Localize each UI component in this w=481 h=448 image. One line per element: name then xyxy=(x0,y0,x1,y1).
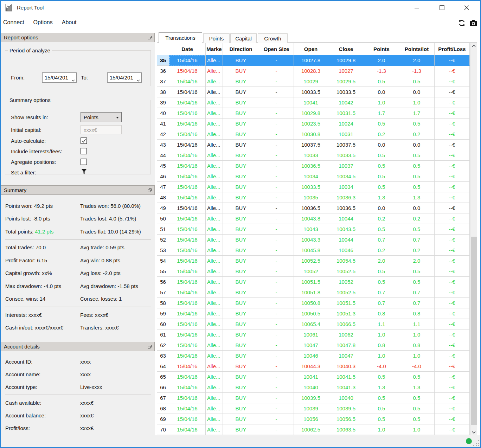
cell-date[interactable]: 15/04/16 xyxy=(169,55,206,66)
cell-points-per-lot[interactable]: 0.5 xyxy=(399,161,435,171)
cell-market[interactable]: Alle... xyxy=(206,319,223,329)
cell-market[interactable]: Alle... xyxy=(206,256,223,266)
cell-date[interactable]: 15/04/16 xyxy=(169,161,206,171)
cell-points[interactable]: 0.7 xyxy=(364,235,399,245)
cell-date[interactable]: 15/04/16 xyxy=(169,203,206,213)
transaction-row[interactable]: 5915/04/16Alle...BUY-10050.510051.30.80.… xyxy=(157,308,477,319)
cell-open[interactable]: 10030.8 xyxy=(294,129,328,140)
cell-date[interactable]: 15/04/16 xyxy=(169,192,206,203)
cell-profit-loss[interactable]: --€ xyxy=(435,171,470,182)
cell-date[interactable]: 15/04/16 xyxy=(169,329,206,340)
cell-points[interactable]: 1.0 xyxy=(364,97,399,108)
refresh-button[interactable] xyxy=(457,19,466,28)
cell-market[interactable]: Alle... xyxy=(206,308,223,319)
cell-points[interactable]: 0.5 xyxy=(364,266,399,277)
cell-direction[interactable]: BUY xyxy=(223,393,259,403)
cell-open-size[interactable]: - xyxy=(259,308,294,319)
transaction-row[interactable]: 4415/04/16Alle...BUY-1003310033.50.50.5-… xyxy=(157,150,477,161)
cell-date[interactable]: 15/04/16 xyxy=(169,266,206,277)
cell-close[interactable]: 10029.8 xyxy=(328,55,364,66)
tab-capital[interactable]: Capital xyxy=(230,33,257,43)
cell-market[interactable]: Alle... xyxy=(206,129,223,140)
cell-points-per-lot[interactable]: 1.3 xyxy=(399,382,435,393)
cell-open-size[interactable]: - xyxy=(259,108,294,119)
cell-date[interactable]: 15/04/16 xyxy=(169,66,206,76)
maximize-button[interactable] xyxy=(435,1,449,15)
cell-close[interactable]: 10039.5 xyxy=(328,403,364,414)
cell-direction[interactable]: BUY xyxy=(223,340,259,351)
transaction-row[interactable]: 5615/04/16Alle...BUY-10051.5100520.50.5-… xyxy=(157,277,477,287)
close-button[interactable] xyxy=(459,1,474,15)
cell-points[interactable]: 0.2 xyxy=(364,213,399,224)
cell-date[interactable]: 15/04/16 xyxy=(169,129,206,140)
cell-direction[interactable]: BUY xyxy=(223,319,259,329)
cell-date[interactable]: 15/04/16 xyxy=(169,256,206,266)
transaction-row[interactable]: 3515/04/16Alle...BUY-10027.810029.82.02.… xyxy=(157,55,477,66)
cell-profit-loss[interactable]: --€ xyxy=(435,76,470,87)
cell-points-per-lot[interactable]: 0.5 xyxy=(399,403,435,414)
transaction-row[interactable]: 4215/04/16Alle...BUY-10030.8100310.20.2-… xyxy=(157,129,477,140)
cell-open-size[interactable]: - xyxy=(259,361,294,372)
cell-close[interactable]: 10040 xyxy=(328,393,364,403)
cell-points-per-lot[interactable]: 1.0 xyxy=(399,329,435,340)
cell-profit-loss[interactable]: --€ xyxy=(435,287,470,298)
column-header-points-lot[interactable]: Points/lot xyxy=(399,43,435,55)
cell-open[interactable]: 10056 xyxy=(294,414,328,424)
cell-points[interactable]: 0.7 xyxy=(364,287,399,298)
cell-open-size[interactable]: - xyxy=(259,319,294,329)
menu-item-about[interactable]: About xyxy=(59,16,82,29)
cell-close[interactable]: 10056.5 xyxy=(328,414,364,424)
cell-date[interactable]: 15/04/16 xyxy=(169,393,206,403)
cell-open-size[interactable]: - xyxy=(259,150,294,161)
cell-profit-loss[interactable]: --€ xyxy=(435,329,470,340)
row-number[interactable]: 61 xyxy=(157,329,169,340)
cell-market[interactable]: Alle... xyxy=(206,277,223,287)
row-number[interactable]: 46 xyxy=(157,171,169,182)
cell-date[interactable]: 15/04/16 xyxy=(169,171,206,182)
cell-points[interactable]: 0.5 xyxy=(364,414,399,424)
transaction-row[interactable]: 3615/04/16Alle...BUY-10028.310027-1.3-1.… xyxy=(157,66,477,76)
cell-date[interactable]: 15/04/16 xyxy=(169,235,206,245)
transaction-row[interactable]: 4615/04/16Alle...BUY-1003410034.50.50.5-… xyxy=(157,171,477,182)
cell-open[interactable]: 10050.5 xyxy=(294,308,328,319)
include-interests-fees-checkbox[interactable] xyxy=(81,148,87,154)
cell-market[interactable]: Alle... xyxy=(206,393,223,403)
cell-market[interactable]: Alle... xyxy=(206,372,223,382)
cell-profit-loss[interactable]: --€ xyxy=(435,129,470,140)
cell-profit-loss[interactable]: --€ xyxy=(435,414,470,424)
row-number[interactable]: 43 xyxy=(157,140,169,150)
row-number[interactable]: 38 xyxy=(157,87,169,97)
transaction-row[interactable]: 6815/04/16Alle...BUY-1003910039.50.50.5-… xyxy=(157,403,477,414)
cell-open-size[interactable]: - xyxy=(259,213,294,224)
row-number[interactable]: 58 xyxy=(157,298,169,308)
cell-date[interactable]: 15/04/16 xyxy=(169,76,206,87)
cell-open[interactable]: 10033.5 xyxy=(294,182,328,192)
cell-open[interactable]: 10027.8 xyxy=(294,55,328,66)
cell-direction[interactable]: BUY xyxy=(223,256,259,266)
row-number[interactable]: 41 xyxy=(157,119,169,129)
row-number[interactable]: 57 xyxy=(157,287,169,298)
row-number[interactable]: 55 xyxy=(157,266,169,277)
cell-open-size[interactable]: - xyxy=(259,87,294,97)
cell-direction[interactable]: BUY xyxy=(223,192,259,203)
cell-points-per-lot[interactable]: 0.5 xyxy=(399,414,435,424)
cell-direction[interactable]: BUY xyxy=(223,119,259,129)
cell-date[interactable]: 15/04/16 xyxy=(169,372,206,382)
resize-grip[interactable] xyxy=(473,440,480,447)
cell-points-per-lot[interactable]: 1.1 xyxy=(399,319,435,329)
cell-points[interactable]: 1.0 xyxy=(364,351,399,361)
cell-date[interactable]: 15/04/16 xyxy=(169,213,206,224)
transaction-row[interactable]: 5815/04/16Alle...BUY-10050.810051.50.70.… xyxy=(157,298,477,308)
cell-points[interactable]: -1.3 xyxy=(364,66,399,76)
cell-open[interactable]: 10062.5 xyxy=(294,424,328,435)
cell-date[interactable]: 15/04/16 xyxy=(169,245,206,256)
cell-direction[interactable]: BUY xyxy=(223,108,259,119)
cell-market[interactable]: Alle... xyxy=(206,382,223,393)
cell-market[interactable]: Alle... xyxy=(206,351,223,361)
cell-open[interactable]: 10033.5 xyxy=(294,87,328,97)
cell-open-size[interactable]: - xyxy=(259,245,294,256)
cell-points-per-lot[interactable]: 0.2 xyxy=(399,213,435,224)
cell-date[interactable]: 15/04/16 xyxy=(169,97,206,108)
cell-direction[interactable]: BUY xyxy=(223,55,259,66)
row-number[interactable]: 45 xyxy=(157,161,169,171)
